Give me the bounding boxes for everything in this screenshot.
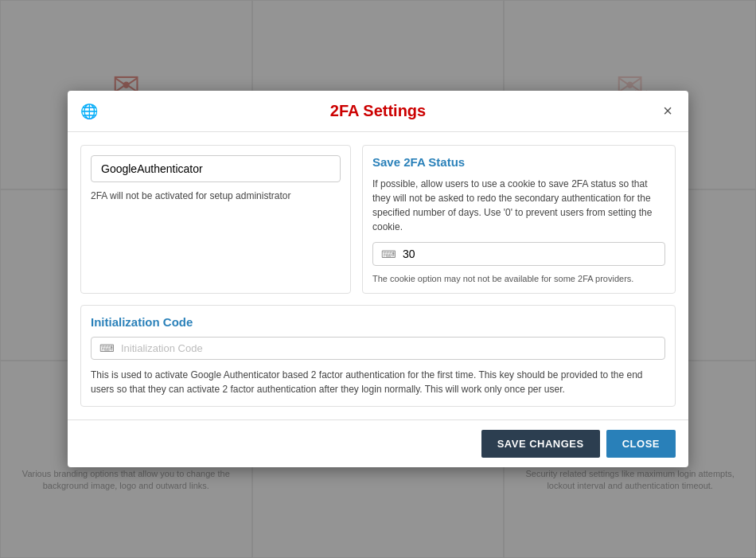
init-code-desc: This is used to activate Google Authenti… [91,368,665,396]
globe-icon: 🌐 [80,103,98,120]
days-input-row: ⌨ [372,242,665,266]
cookie-note: The cookie option may not not be availab… [372,274,665,283]
left-panel-note: 2FA will not be activated for setup admi… [91,190,341,201]
save-2fa-status-desc: If possible, allow users to use a cookie… [372,177,665,234]
modal-footer: SAVE CHANGES CLOSE [68,419,688,467]
authenticator-dropdown[interactable]: GoogleAuthenticator TOTP Email OTP SMS O… [91,155,341,182]
right-panel: Save 2FA Status If possible, allow users… [362,145,676,294]
init-code-input[interactable] [121,342,657,354]
init-code-title: Initialization Code [91,315,665,329]
top-row: GoogleAuthenticator TOTP Email OTP SMS O… [80,145,676,294]
modal-title: 2FA Settings [330,102,426,120]
modal-header: 🌐 2FA Settings × [68,91,688,132]
modal-close-x-button[interactable]: × [657,100,679,123]
authenticator-dropdown-wrapper: GoogleAuthenticator TOTP Email OTP SMS O… [91,155,341,182]
keyboard-icon: ⌨ [381,248,396,260]
left-panel: GoogleAuthenticator TOTP Email OTP SMS O… [80,145,351,294]
modal-overlay: 🌐 2FA Settings × GoogleAuthenticator TOT… [0,0,756,558]
modal-2fa-settings: 🌐 2FA Settings × GoogleAuthenticator TOT… [68,91,688,467]
init-code-input-row: ⌨ [91,337,665,360]
modal-body: GoogleAuthenticator TOTP Email OTP SMS O… [68,132,688,419]
save-2fa-status-title: Save 2FA Status [372,155,665,169]
init-keyboard-icon: ⌨ [99,342,115,354]
close-button[interactable]: CLOSE [606,430,676,458]
save-changes-button[interactable]: SAVE CHANGES [481,430,600,458]
days-input[interactable] [403,248,657,260]
init-code-section: Initialization Code ⌨ This is used to ac… [80,305,676,407]
